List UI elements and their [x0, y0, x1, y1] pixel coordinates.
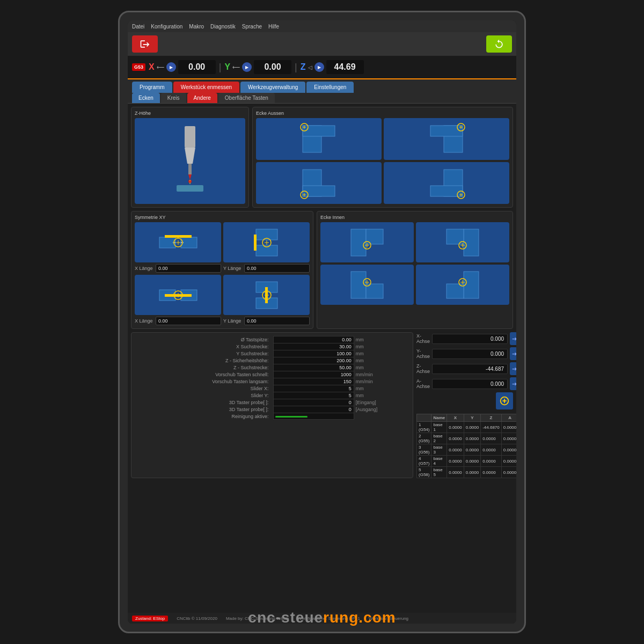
- mid-row: Symmetrie XY: [131, 211, 513, 329]
- ecke-aussen-br[interactable]: [384, 162, 509, 204]
- menu-sprache[interactable]: Sprache: [242, 24, 262, 30]
- refresh-button[interactable]: [486, 35, 512, 53]
- fixture-col-name: Name: [431, 414, 447, 422]
- z-hohe-visualization[interactable]: [135, 118, 245, 204]
- x-dro-button[interactable]: [510, 332, 516, 345]
- ecke-innen-grid: [320, 222, 509, 262]
- z-dro-button[interactable]: [510, 362, 516, 375]
- toolbar: [128, 32, 516, 56]
- sym-cell-2[interactable]: [223, 222, 310, 262]
- params-row: Reinigung aktive:: [135, 413, 409, 420]
- tab-werkzeug[interactable]: Werkzeugverwaltung: [240, 82, 305, 93]
- params-row: Slider X: 5 mm: [135, 385, 409, 392]
- sym-x-lange-1-input[interactable]: [156, 264, 221, 273]
- ecke-aussen-bl[interactable]: [256, 162, 382, 204]
- sym-cell-3[interactable]: [135, 275, 221, 315]
- tab-oberflaeche[interactable]: Oberfläche Tasten: [218, 93, 275, 103]
- param-value: 50.00: [273, 364, 354, 371]
- symmetrie-panel: Symmetrie XY: [131, 211, 313, 329]
- param-label: 3D Taster probe[ ]:: [135, 399, 273, 406]
- menu-hilfe[interactable]: Hilfe: [268, 24, 279, 30]
- z-dro-label: Z-Achse: [416, 363, 430, 374]
- sym-x-lange-1-label: X Länge: [135, 266, 153, 271]
- sym-input-row-1: X Länge Y Länge: [135, 264, 310, 273]
- tab-einstellungen[interactable]: Einstellungen: [306, 82, 354, 93]
- svg-marker-1: [185, 148, 195, 164]
- fixture-a: 0.0000: [501, 422, 516, 433]
- x-axis-arrow-btn[interactable]: ▶: [166, 62, 176, 72]
- menu-diagnostik[interactable]: Diagnostik: [210, 24, 236, 30]
- y-dro-button[interactable]: [510, 347, 516, 360]
- tab-programm[interactable]: Programm: [132, 82, 172, 93]
- fixture-x: 0.0000: [447, 422, 464, 433]
- tab-kreis[interactable]: Kreis: [161, 93, 186, 103]
- ecke-innen-br[interactable]: [416, 265, 509, 305]
- y-dro-input[interactable]: [432, 349, 508, 359]
- fixture-y: 0.0000: [464, 467, 480, 478]
- sym-cell-1[interactable]: [135, 222, 221, 262]
- menu-bar: Datei Konfiguration Makro Diagnostik Spr…: [128, 20, 516, 32]
- fixture-name: base 3: [431, 444, 447, 456]
- fixture-y: 0.0000: [464, 444, 480, 456]
- fixture-row[interactable]: 5 (G58) base 5 0.0000 0.0000 0.0000 0.00…: [417, 467, 517, 478]
- param-value: 100.00: [273, 350, 354, 357]
- menu-datei[interactable]: Datei: [132, 24, 144, 30]
- x-dro-input[interactable]: [432, 334, 508, 344]
- ecke-aussen-tl[interactable]: [256, 118, 382, 160]
- fixture-a: 0.0000: [501, 456, 516, 467]
- ecke-innen-bl[interactable]: [320, 265, 414, 305]
- params-row: Slider Y: 5 mm: [135, 392, 409, 399]
- param-unit: [Eingang]: [354, 399, 409, 406]
- sym-y-lange-2-input[interactable]: [244, 317, 310, 325]
- fixture-row[interactable]: 4 (G57) base 4 0.0000 0.0000 0.0000 0.00…: [417, 456, 517, 467]
- fixture-col-z: Z: [481, 414, 502, 422]
- ecke-innen-tl[interactable]: [320, 222, 414, 262]
- fixture-row[interactable]: 1 (G54) base 1 0.0000 0.0000 -44.6870 0.…: [417, 422, 517, 433]
- z-axis-arrow-btn[interactable]: ▶: [314, 62, 324, 72]
- symmetrie-grid-2: [135, 275, 310, 315]
- fixture-id: 1 (G54): [417, 422, 431, 433]
- fixture-table: Name X Y Z A B C 1 (G54) base 1 0.0000: [416, 414, 516, 478]
- fixture-name: base 1: [431, 422, 447, 433]
- x-dro-label: X-Achse: [416, 333, 430, 344]
- fixture-z: 0.0000: [481, 456, 502, 467]
- tab-werkstueck[interactable]: Werkstück enmessen: [173, 82, 239, 93]
- ecke-aussen-tr[interactable]: [384, 118, 509, 160]
- z-axis-label: Z: [301, 62, 306, 72]
- a-dro-button[interactable]: [510, 377, 516, 390]
- z-dro-row: Z-Achse: [416, 362, 513, 375]
- param-unit: mm: [354, 385, 409, 392]
- menu-konfiguration[interactable]: Konfiguration: [151, 24, 182, 30]
- params-row: X Suchstrecke: 30.00 mm: [135, 343, 409, 350]
- param-label: Reinigung aktive:: [135, 413, 273, 420]
- ecke-innen-panel: Ecke Innen: [317, 211, 513, 329]
- svg-rect-18: [303, 186, 335, 196]
- param-label: Slider X:: [135, 385, 273, 392]
- ecke-innen-grid-2: [320, 265, 509, 305]
- param-unit: mm/min: [354, 378, 409, 385]
- fixture-y: 0.0000: [464, 456, 480, 467]
- ecke-innen-tr[interactable]: [416, 222, 509, 262]
- svg-rect-8: [303, 126, 335, 136]
- param-unit: mm: [354, 364, 409, 371]
- sym-x-lange-2-input[interactable]: [156, 317, 221, 325]
- params-row: Vorschub Tasten schnell: 1000 mm/min: [135, 371, 409, 378]
- sym-y-lange-1-input[interactable]: [244, 264, 310, 273]
- a-dro-input[interactable]: [432, 379, 508, 389]
- params-row: Ø Tastspitze: 0.00 mm: [135, 336, 409, 343]
- svg-rect-13: [430, 126, 463, 136]
- y-axis-arrow-btn[interactable]: ▶: [242, 62, 252, 72]
- z-dro-input[interactable]: [432, 364, 508, 374]
- sym-cell-4[interactable]: [223, 275, 310, 315]
- param-unit: mm: [354, 343, 409, 350]
- param-label: Slider Y:: [135, 392, 273, 399]
- fixture-row[interactable]: 2 (G55) base 2 0.0000 0.0000 0.0000 0.00…: [417, 433, 517, 444]
- svg-rect-63: [351, 272, 366, 298]
- exit-button[interactable]: [132, 35, 158, 53]
- menu-makro[interactable]: Makro: [189, 24, 204, 30]
- fixture-row[interactable]: 3 (G56) base 3 0.0000 0.0000 0.0000 0.00…: [417, 444, 517, 456]
- tab-andere[interactable]: Andere: [187, 93, 217, 103]
- probe-button[interactable]: [496, 392, 513, 409]
- param-value: 200.00: [273, 357, 354, 364]
- tab-ecken[interactable]: Ecken: [132, 93, 160, 103]
